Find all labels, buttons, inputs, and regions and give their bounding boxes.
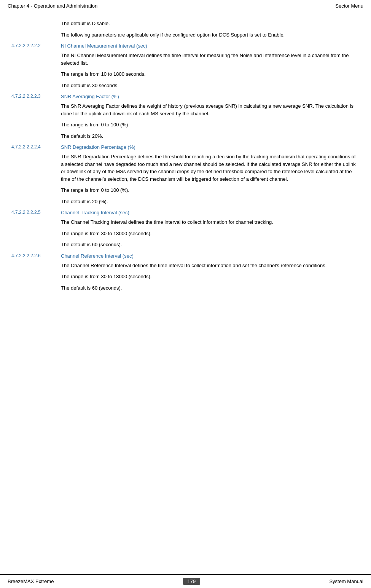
section-3-indent-2: The default is 60 (seconds). <box>61 241 360 249</box>
section-1: 4.7.2.2.2.2.2.3SNR Averaging Factor (%)T… <box>11 93 360 140</box>
section-3-para-2: The default is 60 (seconds). <box>61 241 360 249</box>
section-1-para-0: The SNR Averaging Factor defines the wei… <box>61 102 360 117</box>
section-2-indent-1: The range is from 0 to 100 (%). <box>61 186 360 194</box>
section-4-indent-2: The default is 60 (seconds). <box>61 284 360 292</box>
header-chapter: Chapter 4 - Operation and Administration <box>8 3 97 9</box>
content-area: The default is Disable. The following pa… <box>0 12 371 318</box>
section-title-4: Channel Reference Interval (sec) <box>61 252 360 259</box>
section-entry-0: 4.7.2.2.2.2.2.2NI Channel Measurement In… <box>11 42 360 70</box>
section-body-4: Channel Reference Interval (sec)The Chan… <box>61 252 360 273</box>
section-4-para-0: The Channel Reference Interval defines t… <box>61 262 360 269</box>
section-2-indent-2: The default is 20 (%). <box>61 198 360 206</box>
section-4-para-2: The default is 60 (seconds). <box>61 284 360 292</box>
section-body-3: Channel Tracking Interval (sec)The Chann… <box>61 209 360 230</box>
section-body-1: SNR Averaging Factor (%)The SNR Averagin… <box>61 93 360 121</box>
section-1-indent-2: The default is 20%. <box>61 132 360 140</box>
section-body-2: SNR Degradation Percentage (%)The SNR De… <box>61 143 360 186</box>
section-0-para-0: The NI Channel Measurement Interval defi… <box>61 52 360 67</box>
section-2: 4.7.2.2.2.2.2.4SNR Degradation Percentag… <box>11 143 360 205</box>
page-footer: BreezeMAX Extreme 179 System Manual <box>0 574 371 588</box>
section-3-indent-1: The range is from 30 to 18000 (seconds). <box>61 230 360 237</box>
intro-para-2: The following parameters are applicable … <box>61 31 360 39</box>
section-2-para-0: The SNR Degradation Percentage defines t… <box>61 153 360 183</box>
section-4-para-1: The range is from 30 to 18000 (seconds). <box>61 273 360 280</box>
section-0: 4.7.2.2.2.2.2.2NI Channel Measurement In… <box>11 42 360 89</box>
section-title-1: SNR Averaging Factor (%) <box>61 93 360 99</box>
section-1-indent-1: The range is from 0 to 100 (%) <box>61 121 360 129</box>
section-number-2: 4.7.2.2.2.2.2.4 <box>11 143 61 186</box>
section-entry-2: 4.7.2.2.2.2.2.4SNR Degradation Percentag… <box>11 143 360 186</box>
section-4: 4.7.2.2.2.2.2.6Channel Reference Interva… <box>11 252 360 292</box>
section-entry-3: 4.7.2.2.2.2.2.5Channel Tracking Interval… <box>11 209 360 230</box>
intro-block: The default is Disable. The following pa… <box>61 20 360 38</box>
section-3-para-1: The range is from 30 to 18000 (seconds). <box>61 230 360 237</box>
section-1-para-2: The default is 20%. <box>61 132 360 140</box>
section-0-indent-1: The range is from 10 to 1800 seconds. <box>61 70 360 78</box>
footer-product: BreezeMAX Extreme <box>8 578 54 584</box>
section-entry-4: 4.7.2.2.2.2.2.6Channel Reference Interva… <box>11 252 360 273</box>
section-2-para-2: The default is 20 (%). <box>61 198 360 206</box>
footer-manual: System Manual <box>329 578 363 584</box>
section-2-para-1: The range is from 0 to 100 (%). <box>61 186 360 194</box>
section-0-para-1: The range is from 10 to 1800 seconds. <box>61 70 360 78</box>
section-title-3: Channel Tracking Interval (sec) <box>61 209 360 215</box>
header-section: Sector Menu <box>335 3 363 9</box>
section-1-para-1: The range is from 0 to 100 (%) <box>61 121 360 129</box>
section-number-1: 4.7.2.2.2.2.2.3 <box>11 93 61 121</box>
sections-container: 4.7.2.2.2.2.2.2NI Channel Measurement In… <box>11 42 360 292</box>
section-number-3: 4.7.2.2.2.2.2.5 <box>11 209 61 230</box>
page-header: Chapter 4 - Operation and Administration… <box>0 0 371 12</box>
section-0-indent-2: The default is 30 seconds. <box>61 82 360 89</box>
section-body-0: NI Channel Measurement Interval (sec)The… <box>61 42 360 70</box>
section-3: 4.7.2.2.2.2.2.5Channel Tracking Interval… <box>11 209 360 249</box>
section-title-2: SNR Degradation Percentage (%) <box>61 143 360 150</box>
page-container: Chapter 4 - Operation and Administration… <box>0 0 371 588</box>
section-number-4: 4.7.2.2.2.2.2.6 <box>11 252 61 273</box>
intro-para-1: The default is Disable. <box>61 20 360 27</box>
section-title-0: NI Channel Measurement Interval (sec) <box>61 42 360 49</box>
footer-page-number: 179 <box>183 578 201 585</box>
section-4-indent-1: The range is from 30 to 18000 (seconds). <box>61 273 360 280</box>
section-0-para-2: The default is 30 seconds. <box>61 82 360 89</box>
section-3-para-0: The Channel Tracking Interval defines th… <box>61 218 360 226</box>
section-entry-1: 4.7.2.2.2.2.2.3SNR Averaging Factor (%)T… <box>11 93 360 121</box>
section-number-0: 4.7.2.2.2.2.2.2 <box>11 42 61 70</box>
